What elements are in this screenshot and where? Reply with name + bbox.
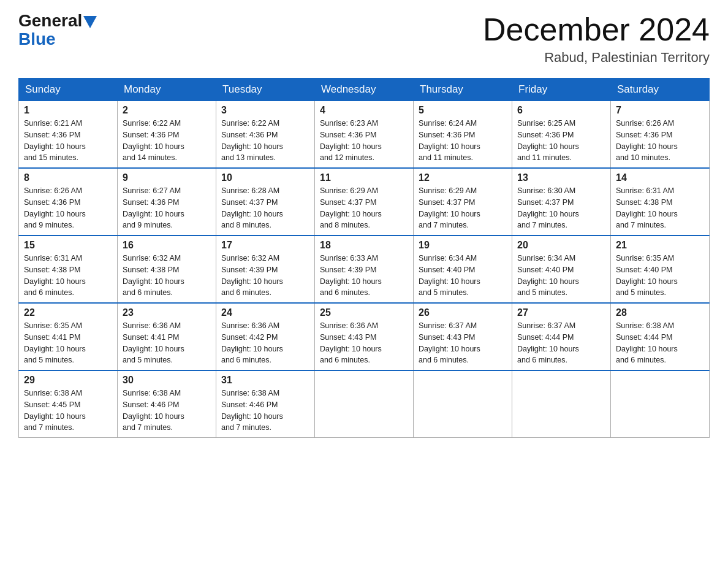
day-info: Sunrise: 6:35 AMSunset: 4:40 PMDaylight:… bbox=[616, 254, 678, 297]
day-number: 17 bbox=[221, 240, 309, 251]
calendar-cell: 23 Sunrise: 6:36 AMSunset: 4:41 PMDaylig… bbox=[118, 303, 216, 370]
calendar-cell: 22 Sunrise: 6:35 AMSunset: 4:41 PMDaylig… bbox=[19, 303, 118, 370]
calendar-cell bbox=[315, 370, 414, 438]
day-number: 27 bbox=[517, 307, 605, 318]
day-number: 15 bbox=[24, 240, 112, 251]
day-info: Sunrise: 6:30 AMSunset: 4:37 PMDaylight:… bbox=[517, 186, 579, 229]
day-number: 9 bbox=[123, 172, 211, 183]
col-header-thursday: Thursday bbox=[414, 79, 512, 101]
day-number: 28 bbox=[616, 307, 704, 318]
day-info: Sunrise: 6:26 AMSunset: 4:36 PMDaylight:… bbox=[24, 186, 86, 229]
month-title: December 2024 bbox=[483, 12, 710, 47]
day-info: Sunrise: 6:21 AMSunset: 4:36 PMDaylight:… bbox=[24, 119, 86, 162]
day-info: Sunrise: 6:32 AMSunset: 4:39 PMDaylight:… bbox=[221, 254, 283, 297]
col-header-wednesday: Wednesday bbox=[315, 79, 414, 101]
day-number: 1 bbox=[24, 105, 112, 116]
calendar-cell: 16 Sunrise: 6:32 AMSunset: 4:38 PMDaylig… bbox=[118, 236, 216, 303]
day-number: 31 bbox=[221, 375, 309, 386]
day-number: 11 bbox=[320, 172, 408, 183]
calendar-cell: 17 Sunrise: 6:32 AMSunset: 4:39 PMDaylig… bbox=[216, 236, 315, 303]
calendar-cell: 13 Sunrise: 6:30 AMSunset: 4:37 PMDaylig… bbox=[512, 168, 611, 236]
day-number: 22 bbox=[24, 307, 112, 318]
day-number: 8 bbox=[24, 172, 112, 183]
day-info: Sunrise: 6:26 AMSunset: 4:36 PMDaylight:… bbox=[616, 119, 678, 162]
day-number: 7 bbox=[616, 105, 704, 116]
calendar-cell: 12 Sunrise: 6:29 AMSunset: 4:37 PMDaylig… bbox=[414, 168, 512, 236]
day-info: Sunrise: 6:25 AMSunset: 4:36 PMDaylight:… bbox=[517, 119, 579, 162]
calendar-cell: 30 Sunrise: 6:38 AMSunset: 4:46 PMDaylig… bbox=[118, 370, 216, 438]
col-header-sunday: Sunday bbox=[19, 79, 118, 101]
col-header-tuesday: Tuesday bbox=[216, 79, 315, 101]
day-info: Sunrise: 6:33 AMSunset: 4:39 PMDaylight:… bbox=[320, 254, 382, 297]
day-info: Sunrise: 6:38 AMSunset: 4:46 PMDaylight:… bbox=[123, 389, 184, 432]
calendar-header-row: SundayMondayTuesdayWednesdayThursdayFrid… bbox=[19, 79, 710, 101]
calendar-cell: 3 Sunrise: 6:22 AMSunset: 4:36 PMDayligh… bbox=[216, 101, 315, 169]
day-number: 18 bbox=[320, 240, 408, 251]
day-info: Sunrise: 6:34 AMSunset: 4:40 PMDaylight:… bbox=[517, 254, 579, 297]
calendar-cell: 26 Sunrise: 6:37 AMSunset: 4:43 PMDaylig… bbox=[414, 303, 512, 370]
day-info: Sunrise: 6:29 AMSunset: 4:37 PMDaylight:… bbox=[320, 186, 382, 229]
col-header-friday: Friday bbox=[512, 79, 611, 101]
day-info: Sunrise: 6:37 AMSunset: 4:44 PMDaylight:… bbox=[517, 321, 579, 364]
day-info: Sunrise: 6:22 AMSunset: 4:36 PMDaylight:… bbox=[123, 119, 184, 162]
day-number: 29 bbox=[24, 375, 112, 386]
day-number: 26 bbox=[419, 307, 507, 318]
calendar-cell bbox=[611, 370, 710, 438]
day-number: 3 bbox=[221, 105, 309, 116]
day-info: Sunrise: 6:38 AMSunset: 4:46 PMDaylight:… bbox=[221, 389, 283, 432]
page-header: General Blue December 2024 Rabud, Palest… bbox=[18, 12, 710, 66]
calendar-cell bbox=[414, 370, 512, 438]
calendar-cell: 2 Sunrise: 6:22 AMSunset: 4:36 PMDayligh… bbox=[118, 101, 216, 169]
day-info: Sunrise: 6:36 AMSunset: 4:42 PMDaylight:… bbox=[221, 321, 283, 364]
location-title: Rabud, Palestinian Territory bbox=[483, 50, 710, 66]
calendar-week-row: 8 Sunrise: 6:26 AMSunset: 4:36 PMDayligh… bbox=[19, 168, 710, 236]
day-info: Sunrise: 6:27 AMSunset: 4:36 PMDaylight:… bbox=[123, 186, 184, 229]
day-number: 25 bbox=[320, 307, 408, 318]
logo: General Blue bbox=[18, 12, 97, 49]
calendar-cell: 25 Sunrise: 6:36 AMSunset: 4:43 PMDaylig… bbox=[315, 303, 414, 370]
calendar-cell: 1 Sunrise: 6:21 AMSunset: 4:36 PMDayligh… bbox=[19, 101, 118, 169]
calendar-cell: 27 Sunrise: 6:37 AMSunset: 4:44 PMDaylig… bbox=[512, 303, 611, 370]
day-number: 24 bbox=[221, 307, 309, 318]
calendar-cell: 10 Sunrise: 6:28 AMSunset: 4:37 PMDaylig… bbox=[216, 168, 315, 236]
calendar-cell: 29 Sunrise: 6:38 AMSunset: 4:45 PMDaylig… bbox=[19, 370, 118, 438]
day-number: 30 bbox=[123, 375, 211, 386]
day-info: Sunrise: 6:35 AMSunset: 4:41 PMDaylight:… bbox=[24, 321, 86, 364]
day-info: Sunrise: 6:31 AMSunset: 4:38 PMDaylight:… bbox=[616, 186, 678, 229]
col-header-monday: Monday bbox=[118, 79, 216, 101]
day-number: 2 bbox=[123, 105, 211, 116]
calendar-cell: 18 Sunrise: 6:33 AMSunset: 4:39 PMDaylig… bbox=[315, 236, 414, 303]
calendar-table: SundayMondayTuesdayWednesdayThursdayFrid… bbox=[18, 78, 710, 438]
day-info: Sunrise: 6:31 AMSunset: 4:38 PMDaylight:… bbox=[24, 254, 86, 297]
calendar-cell: 31 Sunrise: 6:38 AMSunset: 4:46 PMDaylig… bbox=[216, 370, 315, 438]
day-info: Sunrise: 6:24 AMSunset: 4:36 PMDaylight:… bbox=[419, 119, 480, 162]
calendar-cell: 9 Sunrise: 6:27 AMSunset: 4:36 PMDayligh… bbox=[118, 168, 216, 236]
calendar-cell: 20 Sunrise: 6:34 AMSunset: 4:40 PMDaylig… bbox=[512, 236, 611, 303]
day-number: 6 bbox=[517, 105, 605, 116]
svg-marker-0 bbox=[83, 16, 97, 28]
calendar-cell: 6 Sunrise: 6:25 AMSunset: 4:36 PMDayligh… bbox=[512, 101, 611, 169]
day-info: Sunrise: 6:36 AMSunset: 4:43 PMDaylight:… bbox=[320, 321, 382, 364]
calendar-cell: 11 Sunrise: 6:29 AMSunset: 4:37 PMDaylig… bbox=[315, 168, 414, 236]
calendar-week-row: 29 Sunrise: 6:38 AMSunset: 4:45 PMDaylig… bbox=[19, 370, 710, 438]
calendar-cell: 5 Sunrise: 6:24 AMSunset: 4:36 PMDayligh… bbox=[414, 101, 512, 169]
calendar-cell: 7 Sunrise: 6:26 AMSunset: 4:36 PMDayligh… bbox=[611, 101, 710, 169]
col-header-saturday: Saturday bbox=[611, 79, 710, 101]
day-info: Sunrise: 6:36 AMSunset: 4:41 PMDaylight:… bbox=[123, 321, 184, 364]
calendar-cell: 19 Sunrise: 6:34 AMSunset: 4:40 PMDaylig… bbox=[414, 236, 512, 303]
day-number: 16 bbox=[123, 240, 211, 251]
calendar-week-row: 22 Sunrise: 6:35 AMSunset: 4:41 PMDaylig… bbox=[19, 303, 710, 370]
calendar-week-row: 1 Sunrise: 6:21 AMSunset: 4:36 PMDayligh… bbox=[19, 101, 710, 169]
calendar-cell: 14 Sunrise: 6:31 AMSunset: 4:38 PMDaylig… bbox=[611, 168, 710, 236]
calendar-cell: 28 Sunrise: 6:38 AMSunset: 4:44 PMDaylig… bbox=[611, 303, 710, 370]
day-info: Sunrise: 6:37 AMSunset: 4:43 PMDaylight:… bbox=[419, 321, 480, 364]
day-number: 12 bbox=[419, 172, 507, 183]
day-info: Sunrise: 6:22 AMSunset: 4:36 PMDaylight:… bbox=[221, 119, 283, 162]
day-number: 23 bbox=[123, 307, 211, 318]
day-number: 5 bbox=[419, 105, 507, 116]
day-info: Sunrise: 6:23 AMSunset: 4:36 PMDaylight:… bbox=[320, 119, 382, 162]
day-number: 4 bbox=[320, 105, 408, 116]
day-number: 10 bbox=[221, 172, 309, 183]
day-number: 21 bbox=[616, 240, 704, 251]
calendar-cell bbox=[512, 370, 611, 438]
